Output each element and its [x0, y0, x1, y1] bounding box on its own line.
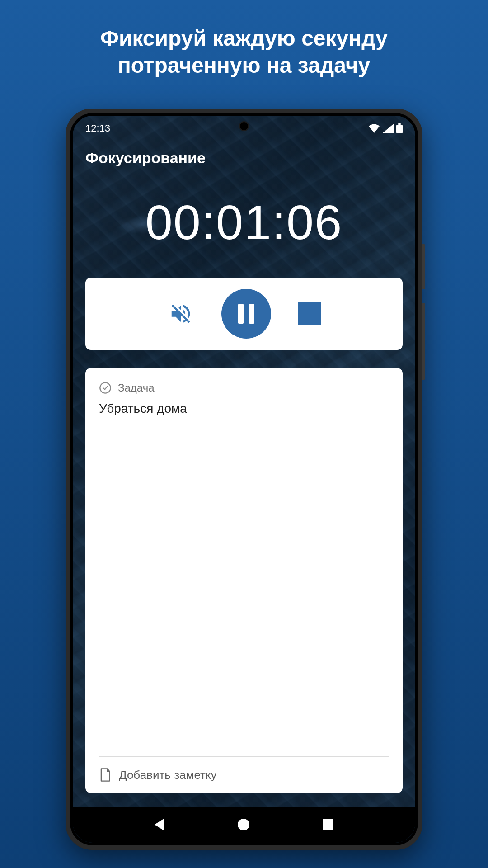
- stop-button[interactable]: [298, 302, 321, 325]
- controls-card: [85, 278, 403, 350]
- page-title: Фокусирование: [85, 149, 403, 167]
- svg-rect-1: [396, 125, 403, 133]
- nav-home-button[interactable]: [238, 819, 249, 830]
- task-label: Задача: [118, 382, 155, 394]
- phone-side-button-2: [422, 303, 425, 380]
- timer-display: 00:01:06: [85, 194, 403, 250]
- wifi-icon: [368, 124, 380, 133]
- add-note-label: Добавить заметку: [119, 768, 217, 782]
- mute-button[interactable]: [167, 300, 194, 327]
- status-time: 12:13: [85, 123, 110, 134]
- signal-icon: [383, 124, 394, 133]
- camera-notch: [239, 121, 249, 131]
- task-card: Задача Убраться дома Добавить заметку: [85, 368, 403, 793]
- pause-button[interactable]: [221, 289, 271, 339]
- battery-icon: [396, 123, 403, 133]
- nav-recent-button[interactable]: [323, 819, 333, 830]
- promo-title: Фиксируй каждую секунду потраченную на з…: [0, 0, 488, 79]
- mute-icon: [169, 302, 193, 326]
- task-header: Задача: [99, 382, 389, 394]
- check-circle-icon: [99, 382, 112, 394]
- phone-inner: 12:13 Фокусирование 00:01:06: [70, 113, 418, 845]
- svg-rect-0: [398, 123, 401, 125]
- note-icon: [99, 768, 112, 782]
- pause-icon: [238, 304, 254, 324]
- app-content: Фокусирование 00:01:06: [73, 141, 415, 807]
- task-name: Убраться дома: [99, 401, 389, 756]
- phone-side-button: [422, 244, 425, 289]
- screen: 12:13 Фокусирование 00:01:06: [73, 116, 415, 843]
- svg-point-2: [100, 382, 110, 393]
- nav-back-button[interactable]: [155, 818, 164, 831]
- phone-frame: 12:13 Фокусирование 00:01:06: [66, 108, 422, 850]
- add-note-button[interactable]: Добавить заметку: [99, 757, 389, 793]
- status-icons: [368, 123, 403, 133]
- nav-bar: [73, 807, 415, 843]
